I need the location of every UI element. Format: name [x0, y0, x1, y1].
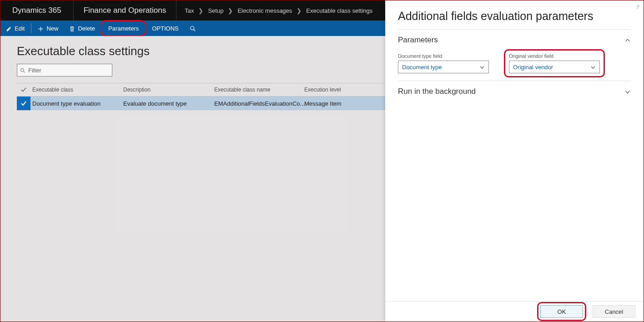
options-button[interactable]: OPTIONS	[146, 20, 184, 36]
section-parameters-title: Parameters	[398, 36, 438, 45]
original-vendor-label: Original vendor field	[509, 53, 600, 59]
document-type-dropdown[interactable]: Document type	[398, 61, 489, 73]
document-type-label: Document type field	[398, 53, 489, 59]
field-document-type: Document type field Document type	[398, 53, 489, 73]
chevron-down-icon	[479, 64, 485, 71]
section-parameters-header[interactable]: Parameters	[398, 30, 631, 51]
breadcrumb-item[interactable]: Electronic messages	[237, 7, 292, 14]
original-vendor-value: Original vendor	[513, 64, 553, 71]
new-label: New	[46, 25, 58, 32]
edit-button[interactable]: Edit	[0, 20, 30, 36]
chevron-down-icon	[624, 88, 631, 95]
parameters-label: Parameters	[108, 25, 139, 32]
search-button[interactable]	[184, 20, 201, 36]
trash-icon	[69, 25, 75, 31]
highlight-ok: OK	[537, 302, 586, 321]
breadcrumb-item[interactable]: Executable class settings	[306, 7, 372, 14]
new-button[interactable]: New	[32, 20, 64, 36]
chevron-right-icon: ❯	[228, 7, 233, 14]
breadcrumb-item[interactable]: Setup	[208, 7, 223, 14]
section-background: Run in the background	[398, 81, 631, 102]
breadcrumb-item[interactable]: Tax	[185, 7, 194, 14]
breadcrumb: Tax ❯ Setup ❯ Electronic messages ❯ Exec…	[176, 0, 372, 20]
module-label[interactable]: Finance and Operations	[74, 0, 176, 20]
cancel-button[interactable]: Cancel	[593, 305, 635, 318]
parameters-button[interactable]: Parameters	[101, 20, 146, 36]
highlight-original-vendor: Original vendor field Original vendor	[504, 49, 605, 77]
svg-point-0	[190, 26, 194, 30]
separator	[31, 23, 31, 33]
options-label: OPTIONS	[152, 25, 179, 32]
brand-label[interactable]: Dynamics 365	[0, 0, 74, 20]
panel-header: ? Additional fields evaluation parameter…	[385, 0, 644, 29]
panel-body: Parameters Document type field Document …	[385, 29, 644, 301]
edit-label: Edit	[15, 25, 25, 32]
search-icon	[190, 25, 196, 32]
original-vendor-dropdown[interactable]: Original vendor	[509, 61, 600, 73]
help-icon[interactable]: ?	[636, 3, 639, 10]
pencil-icon	[6, 25, 12, 31]
field-original-vendor: Original vendor field Original vendor	[509, 53, 600, 73]
panel-title: Additional fields evaluation parameters	[398, 10, 631, 23]
document-type-value: Document type	[402, 64, 442, 71]
panel-footer: OK Cancel	[385, 301, 644, 322]
chevron-right-icon: ❯	[198, 7, 203, 14]
app-frame: Dynamics 365 Finance and Operations Tax …	[0, 0, 644, 322]
section-parameters: Parameters Document type field Document …	[398, 29, 631, 81]
section-parameters-content: Document type field Document type Origin…	[398, 51, 631, 81]
section-background-header[interactable]: Run in the background	[398, 81, 631, 102]
chevron-down-icon	[590, 64, 596, 71]
chevron-right-icon: ❯	[297, 7, 302, 14]
plus-icon	[38, 25, 44, 31]
ok-button[interactable]: OK	[540, 305, 583, 318]
section-background-title: Run in the background	[398, 87, 476, 96]
chevron-up-icon	[624, 36, 631, 44]
delete-button[interactable]: Delete	[64, 20, 101, 36]
side-panel: ? Additional fields evaluation parameter…	[385, 0, 644, 322]
delete-label: Delete	[78, 25, 95, 32]
svg-line-1	[193, 30, 195, 31]
